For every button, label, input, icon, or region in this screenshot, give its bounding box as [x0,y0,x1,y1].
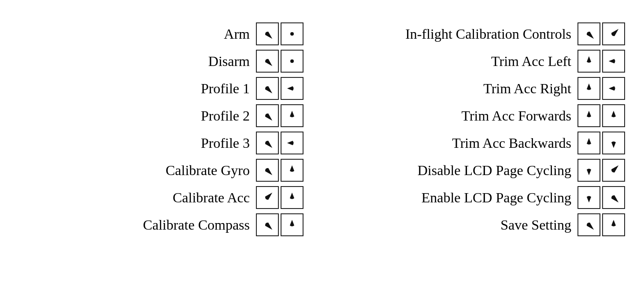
stick-box-left [577,22,600,45]
stick-box-left [577,50,600,73]
stick-box-left [577,213,600,236]
table-row: Calibrate Compass [18,211,304,238]
stick-box-left [256,213,279,236]
stick-box-right [281,77,303,100]
stick-box-left [577,186,600,209]
stick-box-right [281,104,303,127]
page: ArmDisarmProfile 1Profile 2Profile 3Cali… [0,0,644,282]
stick-box-left [577,77,600,100]
stick-box-right [602,186,625,209]
stick-box-left [256,132,279,154]
table-row: Profile 3 [18,129,304,157]
svg-point-1 [290,59,294,63]
stick-box-right [602,22,625,45]
stick-box-left [256,22,279,45]
left-column: ArmDisarmProfile 1Profile 2Profile 3Cali… [18,20,304,238]
row-label: Profile 1 [201,81,250,97]
stick-box-left [577,132,600,154]
table-row: Save Setting [340,211,626,238]
table-row: Disarm [18,48,304,75]
row-label: Trim Acc Left [491,53,571,70]
stick-box-left [256,104,279,127]
stick-box-right [281,22,303,45]
row-label: In-flight Calibration Controls [405,26,571,42]
stick-box-left [256,50,279,73]
table-row: Arm [18,20,304,48]
row-label: Calibrate Compass [143,217,250,233]
row-label: Trim Acc Forwards [462,108,571,124]
table-row: Trim Acc Forwards [340,102,626,129]
table-row: Calibrate Acc [18,184,304,211]
row-label: Trim Acc Backwards [452,135,571,151]
main-grid: ArmDisarmProfile 1Profile 2Profile 3Cali… [18,20,626,238]
stick-box-right [602,159,625,182]
stick-box-right [281,159,303,182]
stick-box-right [602,213,625,236]
row-label: Disarm [208,53,250,70]
row-label: Calibrate Acc [173,190,250,206]
stick-box-right [281,213,303,236]
row-label: Calibrate Gyro [166,162,250,179]
row-label: Profile 3 [201,135,250,151]
stick-box-left [577,104,600,127]
svg-point-0 [290,32,294,36]
table-row: Profile 1 [18,75,304,102]
table-row: Calibrate Gyro [18,157,304,184]
table-row: Trim Acc Right [340,75,626,102]
stick-box-right [602,104,625,127]
table-row: Trim Acc Left [340,48,626,75]
stick-box-right [602,77,625,100]
table-row: Enable LCD Page Cycling [340,184,626,211]
stick-box-left [256,77,279,100]
stick-box-right [602,50,625,73]
table-row: Trim Acc Backwards [340,129,626,157]
table-row: Profile 2 [18,102,304,129]
right-column: In-flight Calibration ControlsTrim Acc L… [340,20,626,238]
row-label: Trim Acc Right [483,81,571,97]
row-label: Save Setting [500,217,571,233]
stick-box-right [281,186,303,209]
table-row: Disable LCD Page Cycling [340,157,626,184]
stick-box-left [577,159,600,182]
row-label: Disable LCD Page Cycling [418,162,571,179]
stick-box-right [281,50,303,73]
stick-box-right [602,132,625,154]
row-label: Enable LCD Page Cycling [422,190,571,206]
stick-box-left [256,159,279,182]
table-row: In-flight Calibration Controls [340,20,626,48]
row-label: Profile 2 [201,108,250,124]
stick-box-left [256,186,279,209]
stick-box-right [281,132,303,154]
row-label: Arm [224,26,250,42]
